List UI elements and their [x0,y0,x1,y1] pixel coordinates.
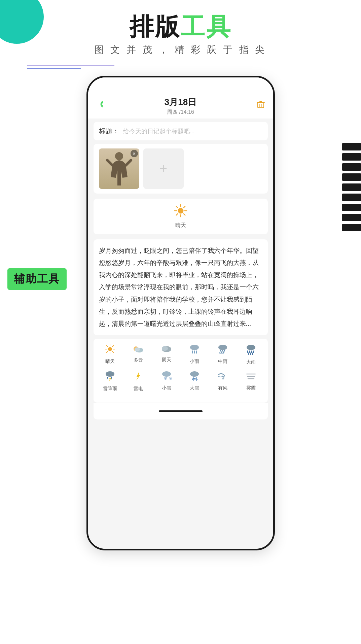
overcast-icon [161,344,172,355]
thunderstorm-label: 雷阵雨 [103,386,117,392]
svg-line-32 [196,351,197,353]
overcast-label: 阴天 [162,357,171,363]
light-snow-label: 小雪 [162,385,171,391]
svg-line-31 [194,351,195,353]
svg-line-36 [224,350,224,353]
image-area: ✕ + [94,144,268,194]
thunderstorm-icon [104,371,116,384]
title-placeholder: 给今天的日记起个标题吧... [123,127,195,135]
delete-button[interactable] [256,100,265,111]
weather-current-label: 晴天 [99,222,262,229]
svg-point-39 [247,345,255,350]
svg-point-54 [190,371,199,377]
weather-item-heavy-snow[interactable]: 大雪 [183,371,206,392]
windy-icon [217,371,228,383]
svg-line-13 [184,206,185,208]
weather-item-cloudy[interactable]: 多云 [127,344,150,365]
deco-line-purple [27,65,114,66]
weather-row-2: 雷阵雨 雷电 ❄ ❄ [96,371,265,392]
home-indicator [159,410,203,412]
svg-line-37 [221,352,221,354]
aux-tool-label: 辅助工具 [7,268,67,290]
lightning-icon [133,371,143,384]
stripe [342,153,361,161]
svg-line-21 [112,351,114,353]
title-green-part: 工具 [181,13,232,40]
divider-1 [94,197,268,197]
deco-line-blue [27,68,81,69]
header-section: 排版工具 图 文 并 茂 ， 精 彩 跃 于 指 尖 [0,0,361,60]
svg-line-48 [107,377,108,379]
subtitle: 图 文 并 茂 ， 精 彩 跃 于 指 尖 [0,43,361,56]
medium-rain-icon [217,344,228,357]
haze-icon [245,371,257,383]
svg-line-34 [220,350,220,353]
stripe [342,163,361,171]
svg-line-46 [252,352,253,355]
svg-text:❄ ❄: ❄ ❄ [164,376,172,381]
svg-rect-0 [258,103,264,108]
app-header: 3月18日 周四 /14:16 [88,92,273,118]
back-button[interactable] [96,100,106,111]
light-rain-icon [189,344,200,357]
light-rain-label: 小雨 [190,359,199,365]
light-snow-icon: ❄ ❄ [161,371,172,383]
svg-line-14 [176,214,177,215]
weather-item-sunny[interactable]: 晴天 [98,344,122,365]
weather-item-haze[interactable]: 雾霾 [239,371,263,392]
stripe [342,214,361,221]
windy-label: 有风 [218,385,227,391]
svg-point-47 [106,371,114,377]
heavy-snow-label: 大雪 [190,385,199,391]
svg-line-45 [250,352,251,355]
svg-line-41 [249,350,250,353]
weather-item-thunderstorm[interactable]: 雷阵雨 [98,371,122,392]
sunny-label: 晴天 [105,359,115,365]
weather-item-overcast[interactable]: 阴天 [155,344,178,365]
stripe [342,204,361,211]
svg-line-38 [223,352,223,354]
svg-line-22 [112,345,114,347]
image-remove-button[interactable]: ✕ [131,150,138,157]
svg-line-44 [248,352,249,355]
svg-point-26 [135,347,140,351]
stripe [342,183,361,191]
stripe [342,173,361,181]
stripe [342,224,361,231]
date-main: 3月18日 [96,96,265,108]
status-bar [88,77,273,92]
svg-point-33 [218,345,227,350]
svg-point-5 [115,152,123,160]
weather-row-1: 晴天 多云 [96,344,265,365]
heavy-rain-icon [245,344,257,357]
svg-point-28 [162,346,168,351]
phone-wrapper: 辅助工具 [0,76,361,550]
weather-item-light-snow[interactable]: ❄ ❄ 小雪 [155,371,178,392]
cloudy-label: 多云 [134,357,143,363]
weather-item-medium-rain[interactable]: 中雨 [211,344,234,365]
add-image-button[interactable]: + [143,148,184,189]
svg-marker-51 [136,371,141,381]
weather-current: 晴天 [94,199,268,234]
weather-item-light-rain[interactable]: 小雨 [183,344,206,365]
svg-point-15 [108,347,112,351]
weather-sun-icon [99,204,262,221]
cloudy-icon [133,344,144,355]
svg-line-42 [251,350,252,353]
svg-line-30 [192,351,193,353]
svg-line-43 [253,350,254,353]
heavy-rain-label: 大雨 [246,359,256,365]
title-field[interactable]: 标题： 给今天的日记起个标题吧... [94,122,268,140]
image-thumbnail: ✕ [99,148,139,189]
weather-picker: 晴天 多云 [94,339,268,403]
phone-mockup: 3月18日 周四 /14:16 标题： 给今天的日记起个标题吧... [86,76,275,550]
svg-line-40 [247,350,248,353]
weather-item-lightning[interactable]: 雷电 [127,371,150,392]
main-title: 排版工具 [0,13,361,40]
svg-line-20 [107,345,108,347]
weather-item-windy[interactable]: 有风 [211,371,234,392]
haze-label: 雾霾 [246,385,256,391]
weather-item-heavy-rain[interactable]: 大雨 [239,344,263,365]
divider-2 [94,238,268,238]
diary-text-content[interactable]: 岁月匆匆而过，眨眼之间，您已陪伴了我六个年华。回望您悠悠岁月，六年的辛酸与艰难，… [94,239,268,335]
